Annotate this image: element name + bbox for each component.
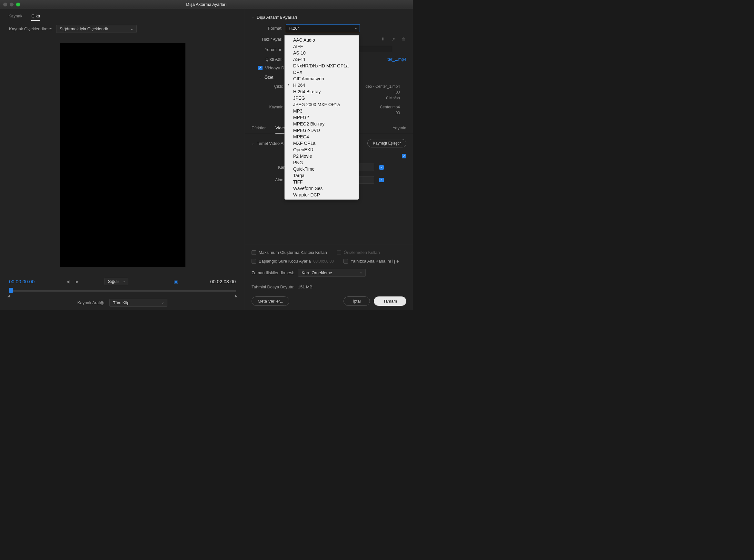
scrubber-out-marker[interactable]: ◣ [235, 294, 238, 298]
format-option[interactable]: DNxHR/DNxHD MXF OP1a [285, 63, 359, 69]
preview-tabs: Kaynak Çıktı [0, 9, 245, 21]
format-label: Format: [259, 26, 283, 31]
metadata-button[interactable]: Meta Veriler... [251, 297, 289, 306]
subtab-publish[interactable]: Yayınla [393, 125, 406, 134]
scrubber-in-marker[interactable]: ◢ [7, 294, 10, 298]
format-option[interactable]: MP3 [285, 108, 359, 114]
filesize-value: 151 MB [298, 284, 312, 289]
format-option[interactable]: MPEG2-DVD [285, 127, 359, 134]
time-interpolation-label: Zaman İlişkilendirmesi: [251, 270, 294, 275]
timeline-area: 00:00:00:00 ◀ ▶ Sığdır ▣ 00:02:03:00 [0, 273, 245, 310]
format-option[interactable]: P2 Movie [285, 153, 359, 159]
summary-title: Özet [264, 75, 273, 80]
max-quality-checkbox[interactable] [251, 250, 256, 255]
zoom-fit-dropdown[interactable]: Sığdır [104, 278, 129, 285]
source-range-dropdown[interactable]: Tüm Klip [109, 299, 167, 307]
format-option[interactable]: AS-11 [285, 56, 359, 63]
format-option[interactable]: TIFF [285, 179, 359, 185]
bottom-options: Maksimum Oluşturma Kalitesi Kullan Önizl… [245, 244, 413, 310]
source-range-value: Tüm Klip [113, 300, 129, 305]
aspect-ratio-icon[interactable]: ▣ [174, 278, 178, 284]
save-preset-icon[interactable]: ⬇ [380, 36, 386, 42]
format-option[interactable]: MPEG4 [285, 134, 359, 140]
window-title: Dışa Aktarma Ayarları [186, 2, 226, 7]
format-option[interactable]: H.264 [285, 82, 359, 88]
summary-source-label: Kaynak: [266, 105, 283, 109]
close-window-button[interactable] [3, 3, 7, 6]
import-preset-icon[interactable]: ↗ [390, 36, 396, 42]
scrubber-playhead[interactable] [9, 288, 13, 293]
output-name-label: Çıktı Adı: [259, 57, 283, 62]
filesize-label: Tahmini Dosya Boyutu: [251, 284, 294, 289]
ok-button[interactable]: Tamam [374, 297, 406, 306]
export-video-checkbox[interactable] [258, 66, 263, 70]
scaling-row: Kaynak Ölçeklendirme: Sığdırmak için Ölç… [0, 21, 245, 37]
minimize-window-button[interactable] [10, 3, 14, 6]
format-option[interactable]: MPEG2 Blu-ray [285, 121, 359, 127]
format-option[interactable]: AIFF [285, 43, 359, 50]
cancel-button[interactable]: İptal [344, 297, 370, 306]
format-dropdown-menu[interactable]: AAC AudioAIFFAS-10AS-11DNxHR/DNxHD MXF O… [284, 35, 359, 200]
max-quality-label: Maksimum Oluşturma Kalitesi Kullan [259, 250, 327, 255]
output-name-link[interactable]: ter_1.mp4 [387, 57, 406, 62]
format-option[interactable]: DPX [285, 69, 359, 76]
chevron-down-icon: ⌄ [251, 142, 254, 145]
estimated-filesize-row: Tahmini Dosya Boyutu: 151 MB [251, 280, 406, 294]
format-option[interactable]: JPEG 2000 MXF OP1a [285, 101, 359, 108]
timeline-scrubber[interactable]: ◢ ◣ [9, 290, 236, 292]
scaling-value: Sığdırmak için Ölçeklendir [60, 26, 108, 31]
scaling-dropdown[interactable]: Sığdırmak için Ölçeklendir [56, 25, 137, 33]
traffic-lights [3, 3, 20, 6]
format-option[interactable]: AS-10 [285, 50, 359, 56]
preview-panel: Kaynak Çıktı Kaynak Ölçeklendirme: Sığdı… [0, 9, 245, 310]
time-interpolation-dropdown[interactable]: Kare Örnekleme [298, 269, 366, 277]
video-preview[interactable] [60, 43, 185, 267]
format-option[interactable]: Waveform Ses [285, 185, 359, 192]
tab-output[interactable]: Çıktı [31, 14, 40, 21]
prev-frame-icon[interactable]: ◀ [66, 279, 69, 284]
format-option[interactable]: MPEG2 [285, 114, 359, 121]
scaling-label: Kaynak Ölçeklendirme: [9, 26, 52, 31]
basic-video-title: Temel Video A [257, 141, 284, 146]
next-frame-icon[interactable]: ▶ [76, 279, 79, 284]
format-option[interactable]: H.264 Blu-ray [285, 88, 359, 95]
timecode-end: 00:02:03:00 [210, 279, 236, 284]
format-option[interactable]: MXF OP1a [285, 140, 359, 146]
export-settings-header[interactable]: ⌄ Dışa Aktarma Ayarları [251, 12, 406, 22]
tab-source[interactable]: Kaynak [8, 14, 22, 21]
use-previews-label: Önizlemeleri Kullan [344, 250, 380, 255]
summary-source-file: Center.mp4 [380, 105, 400, 109]
timecode-start[interactable]: 00:00:00:00 [9, 279, 35, 284]
format-option[interactable]: Targa [285, 172, 359, 179]
start-timecode-checkbox[interactable] [251, 259, 256, 263]
subtab-effects[interactable]: Efektler [251, 125, 266, 134]
alpha-only-checkbox[interactable] [344, 259, 348, 263]
format-option[interactable]: AAC Audio [285, 37, 359, 43]
format-option[interactable]: Wraptor DCP [285, 192, 359, 198]
frame-rate-match-checkbox[interactable] [379, 165, 384, 170]
chevron-down-icon: ⌄ [259, 76, 262, 79]
export-settings-window: Dışa Aktarma Ayarları Kaynak Çıktı Kayna… [0, 0, 413, 310]
comments-label: Yorumlar: [259, 47, 283, 52]
summary-output-time: :00 [394, 90, 400, 95]
format-option[interactable]: OpenEXR [285, 146, 359, 153]
time-interpolation-value: Kare Örnekleme [302, 270, 332, 275]
alpha-only-label: Yalnızca Alfa Kanalını İşle [350, 259, 399, 263]
link-dimensions-checkbox[interactable] [402, 154, 406, 158]
delete-preset-icon: 🗑 [401, 36, 406, 42]
time-row: 00:00:00:00 ◀ ▶ Sığdır ▣ 00:02:03:00 [9, 278, 236, 285]
format-option[interactable]: PNG [285, 159, 359, 166]
format-dropdown-trigger[interactable]: H.264 [286, 24, 360, 32]
dialog-buttons: Meta Veriler... İptal Tamam [251, 294, 406, 306]
maximize-window-button[interactable] [16, 3, 20, 6]
format-option[interactable]: QuickTime [285, 166, 359, 172]
field-order-match-checkbox[interactable] [379, 178, 384, 182]
start-timecode-label: Başlangıç Süre Kodu Ayarla [259, 259, 311, 263]
format-option[interactable]: JPEG [285, 95, 359, 101]
time-controls: ◀ ▶ Sığdır ▣ [66, 278, 179, 285]
summary-output-bitrate: 0 Mb/sn [386, 96, 400, 100]
use-previews-checkbox [337, 250, 341, 255]
format-option[interactable]: GIF Animasyon [285, 76, 359, 82]
export-video-label: Videoyu D [265, 65, 284, 70]
match-source-button[interactable]: Kaynağı Eşleştir [367, 139, 406, 147]
